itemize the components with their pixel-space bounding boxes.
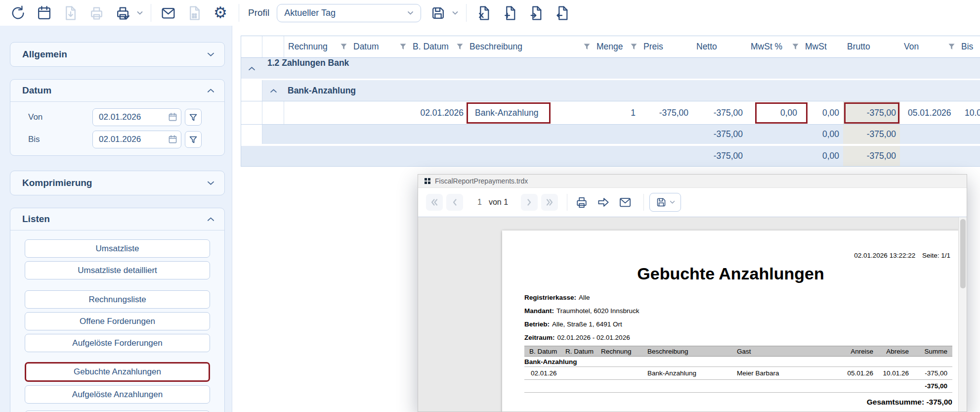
filter-funnel-icon[interactable] bbox=[341, 44, 347, 50]
summary-cell bbox=[349, 125, 409, 144]
column-label: Bis bbox=[961, 42, 973, 52]
import-document-icon[interactable] bbox=[552, 3, 572, 23]
column-header-b-datum[interactable]: B. Datum bbox=[409, 36, 466, 57]
filter-funnel-icon[interactable] bbox=[457, 44, 463, 50]
meta-value: Alle bbox=[579, 294, 590, 301]
column-header-preis[interactable]: Preis bbox=[639, 36, 692, 57]
preview-title-bar[interactable]: FiscalReportPrepayments.trdx bbox=[418, 175, 967, 188]
button-umsatzliste-detailliert[interactable]: Umsatzliste detailliert bbox=[25, 261, 210, 279]
toolbar-divider bbox=[151, 4, 151, 22]
meta-line-betrieb: Betrieb:Alle, Straße 1, 6491 Ort bbox=[524, 320, 639, 334]
profile-select-value: Aktueller Tag bbox=[284, 8, 336, 18]
print-check-icon[interactable] bbox=[113, 3, 132, 23]
column-header-mwst-prozent[interactable]: MwSt % bbox=[747, 36, 801, 57]
column-header-netto[interactable]: Netto bbox=[692, 36, 747, 57]
add-document-icon[interactable] bbox=[500, 3, 519, 23]
column-header-bis[interactable]: Bis bbox=[957, 36, 980, 57]
panel-header-allgemein[interactable]: Allgemein bbox=[10, 43, 224, 66]
calendar-icon[interactable] bbox=[34, 3, 54, 23]
cell-rechnung bbox=[284, 101, 349, 124]
grid-indent-header bbox=[262, 36, 284, 57]
cell-datum bbox=[349, 101, 409, 124]
column-header-mwst[interactable]: MwSt bbox=[801, 36, 843, 57]
report-col-beschreibung: Beschreibung bbox=[643, 348, 732, 355]
results-grid: Rechnung Datum B. Datum Beschreibung Men… bbox=[241, 36, 980, 167]
meta-label: Zeitraum: bbox=[524, 334, 555, 341]
report-cell-anreise: 05.01.26 bbox=[841, 369, 873, 377]
report-canvas: 02.01.2026 13:22:22 Seite: 1/1 Gebuchte … bbox=[418, 217, 967, 412]
button-offene-forderungen[interactable]: Offene Forderungen bbox=[25, 312, 210, 330]
export-document-icon[interactable] bbox=[526, 3, 546, 23]
export-arrow-icon[interactable] bbox=[595, 193, 612, 211]
filter-funnel-icon[interactable] bbox=[631, 44, 637, 50]
scrollbar-thumb[interactable] bbox=[960, 219, 966, 288]
next-page-button[interactable] bbox=[521, 194, 538, 211]
panel-title: Datum bbox=[22, 85, 51, 96]
button-rechnungsliste[interactable]: Rechnungsliste bbox=[25, 290, 210, 309]
grand-total-label: Gesamtsumme: bbox=[867, 398, 924, 406]
first-page-button[interactable] bbox=[426, 194, 443, 211]
von-filter-button[interactable] bbox=[185, 109, 202, 126]
gear-icon[interactable]: ⚙ bbox=[211, 3, 230, 23]
report-group-label: Bank-Anzahlung bbox=[524, 358, 577, 366]
button-gebuchte-anzahlungen[interactable]: Gebuchte Anzahlungen bbox=[25, 362, 210, 382]
summary-cell bbox=[262, 125, 284, 144]
data-row-bank-anzahlung[interactable]: 02.01.2026 Bank-Anzahlung 1 -375,00 -375… bbox=[241, 101, 980, 125]
chevron-down-icon bbox=[207, 181, 214, 185]
bis-label: Bis bbox=[28, 135, 92, 144]
bis-date-input[interactable] bbox=[92, 131, 181, 148]
column-header-menge[interactable]: Menge bbox=[593, 36, 639, 57]
column-header-von[interactable]: Von bbox=[900, 36, 957, 57]
last-page-button[interactable] bbox=[541, 194, 558, 211]
panel-header-komprimierung[interactable]: Komprimierung bbox=[10, 171, 224, 195]
report-preview-window: FiscalReportPrepayments.trdx 1 von 1 bbox=[418, 174, 967, 412]
cell-bis: 10.01.2026 bbox=[957, 101, 980, 124]
filter-funnel-icon bbox=[189, 136, 197, 143]
column-header-rechnung[interactable]: Rechnung bbox=[284, 36, 349, 57]
filter-funnel-icon[interactable] bbox=[948, 44, 955, 50]
report-file-icon bbox=[425, 178, 430, 184]
previous-page-button[interactable] bbox=[446, 194, 463, 211]
bis-filter-button[interactable] bbox=[185, 131, 202, 148]
calendar-icon[interactable] bbox=[169, 135, 177, 143]
panel-datum: Datum Von Bis bbox=[10, 79, 225, 156]
double-chevron-right-icon bbox=[546, 199, 553, 206]
print-options-chevron-icon[interactable] bbox=[137, 8, 143, 17]
save-options-chevron-icon[interactable] bbox=[452, 8, 458, 17]
von-date-input[interactable] bbox=[92, 108, 181, 126]
save-profile-icon[interactable] bbox=[428, 3, 448, 23]
filter-funnel-icon[interactable] bbox=[792, 44, 799, 50]
summary-cell bbox=[747, 146, 801, 166]
export-excel-icon[interactable] bbox=[473, 3, 493, 23]
save-report-button[interactable] bbox=[649, 193, 681, 212]
report-cell-gast: Meier Barbara bbox=[732, 369, 841, 377]
column-header-beschreibung[interactable]: Beschreibung bbox=[466, 36, 593, 57]
column-label: Beschreibung bbox=[469, 42, 522, 52]
chevron-right-icon bbox=[527, 199, 532, 206]
bis-date-field bbox=[92, 131, 181, 148]
column-header-datum[interactable]: Datum bbox=[349, 36, 409, 57]
panel-allgemein: Allgemein bbox=[10, 42, 225, 67]
current-page-value[interactable]: 1 bbox=[477, 198, 482, 207]
email-report-icon[interactable] bbox=[616, 193, 634, 211]
group-collapse-button[interactable] bbox=[262, 80, 284, 101]
refresh-icon[interactable] bbox=[8, 3, 28, 23]
meta-line-registrierkasse: Registrierkasse:Alle bbox=[524, 294, 639, 307]
email-icon[interactable] bbox=[158, 3, 178, 23]
summary-cell bbox=[349, 146, 409, 166]
button-aufgeloeste-anzahlungen[interactable]: Aufgelöste Anzahlungen bbox=[25, 385, 210, 404]
panel-header-datum[interactable]: Datum bbox=[10, 80, 224, 102]
calendar-icon[interactable] bbox=[169, 113, 177, 121]
button-umsatzliste[interactable]: Umsatzliste bbox=[25, 239, 210, 258]
group-collapse-button[interactable] bbox=[241, 58, 262, 79]
filter-funnel-icon[interactable] bbox=[400, 44, 406, 50]
print-report-icon[interactable] bbox=[573, 193, 591, 211]
preview-scrollbar[interactable] bbox=[958, 217, 967, 412]
column-header-brutto[interactable]: Brutto bbox=[843, 36, 900, 57]
button-aufgeloeste-forderungen[interactable]: Aufgelöste Forderungen bbox=[25, 334, 210, 352]
summary-indent-cell bbox=[241, 125, 262, 144]
panel-header-listen[interactable]: Listen bbox=[10, 208, 224, 230]
meta-label: Mandant: bbox=[524, 307, 554, 315]
filter-funnel-icon[interactable] bbox=[584, 44, 590, 50]
profile-select[interactable]: Aktueller Tag bbox=[277, 4, 421, 22]
